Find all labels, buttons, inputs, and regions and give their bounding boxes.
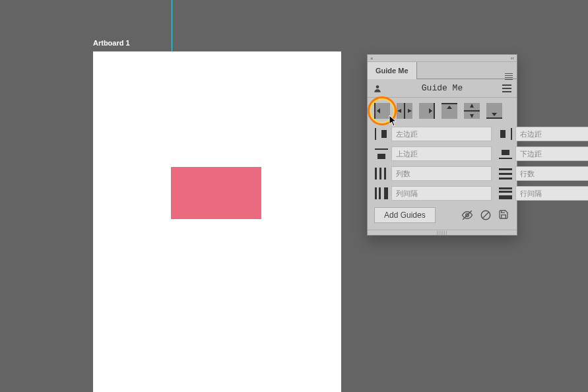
svg-point-6 <box>502 91 504 92</box>
left-margin-input[interactable] <box>391 127 492 141</box>
rows-input[interactable] <box>515 166 588 181</box>
columns-input[interactable] <box>391 166 492 181</box>
panel-body: Add Guides <box>368 98 517 230</box>
svg-rect-2 <box>502 88 511 89</box>
svg-line-10 <box>483 212 489 218</box>
list-icon[interactable] <box>502 84 511 92</box>
align-bottom-button[interactable] <box>486 103 502 119</box>
artboard-label: Artboard 1 <box>93 39 130 47</box>
save-icon[interactable] <box>498 209 510 221</box>
rows-icon <box>498 167 513 180</box>
panel-header: Guide Me <box>368 79 517 98</box>
svg-point-5 <box>502 88 504 89</box>
add-guides-label: Add Guides <box>384 211 426 220</box>
action-row: Add Guides <box>374 207 510 223</box>
align-hcenter-button[interactable] <box>397 103 412 119</box>
svg-point-0 <box>376 85 379 88</box>
align-right-button[interactable] <box>419 103 435 119</box>
bottom-margin-icon <box>498 147 513 160</box>
fields <box>374 127 510 201</box>
artboard[interactable] <box>93 51 341 392</box>
add-guides-button[interactable]: Add Guides <box>374 207 436 223</box>
align-vcenter-button[interactable] <box>464 103 480 119</box>
column-gap-input[interactable] <box>391 186 492 201</box>
resize-handle[interactable]: |||||| <box>368 230 517 235</box>
align-row <box>374 103 510 119</box>
left-margin-icon <box>374 127 389 141</box>
row-gap-input[interactable] <box>515 186 588 201</box>
bottom-margin-input[interactable] <box>515 147 588 161</box>
panel-titlebar[interactable]: × ‹‹ <box>368 55 517 62</box>
align-top-button[interactable] <box>441 103 457 119</box>
visibility-toggle-icon[interactable] <box>461 209 473 221</box>
guide-me-panel: × ‹‹ Guide Me Guide Me <box>367 54 517 236</box>
right-margin-input[interactable] <box>515 127 588 141</box>
user-icon[interactable] <box>373 84 382 93</box>
clear-icon[interactable] <box>480 209 492 221</box>
tab-guide-me[interactable]: Guide Me <box>368 62 417 79</box>
right-margin-icon <box>498 127 513 141</box>
row-gap-icon <box>498 187 513 200</box>
collapse-icon[interactable]: ‹‹ <box>511 55 514 61</box>
tab-label: Guide Me <box>376 67 408 75</box>
svg-point-4 <box>502 84 504 86</box>
svg-rect-1 <box>502 84 511 86</box>
panel-menu-button[interactable] <box>505 67 513 80</box>
column-gap-icon <box>374 187 389 200</box>
close-icon[interactable]: × <box>370 55 374 61</box>
panel-tabs: Guide Me <box>368 62 517 79</box>
top-margin-icon <box>374 147 389 160</box>
panel-title: Guide Me <box>382 83 502 93</box>
selected-rectangle[interactable] <box>171 167 261 219</box>
columns-icon <box>374 167 389 180</box>
svg-rect-3 <box>502 91 511 92</box>
top-margin-input[interactable] <box>391 147 492 161</box>
align-left-button[interactable] <box>374 103 390 119</box>
